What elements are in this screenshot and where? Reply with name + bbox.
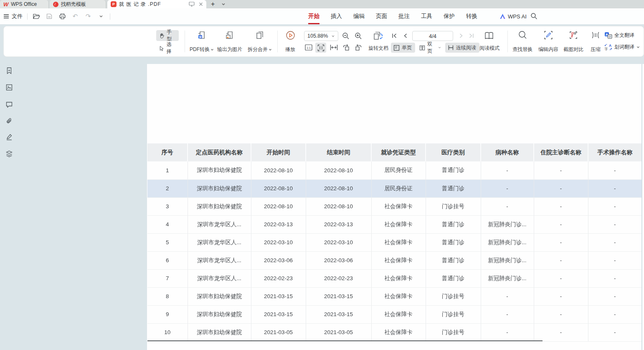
double-page-button[interactable]: 双页 <box>417 43 444 53</box>
layers-icon[interactable] <box>5 150 13 158</box>
divider <box>27 13 28 20</box>
edit-content-label: 编辑内容 <box>538 46 558 53</box>
save-icon <box>46 13 52 19</box>
select-tool-button[interactable]: 选择 <box>156 43 179 54</box>
undo-button[interactable]: ↶ <box>71 12 79 20</box>
screenshot-compare-label: 截图对比 <box>563 46 583 53</box>
page-number-input[interactable] <box>412 31 453 41</box>
read-mode-button[interactable] <box>483 31 495 41</box>
ribbon-toolbar: 手型 选择 W PDF转换 输出为图片 <box>3 26 644 57</box>
pdf-convert-button[interactable]: W PDF转换 <box>188 31 216 53</box>
svg-text:字: 字 <box>605 47 608 51</box>
table-cell: 深圳市龙华区人... <box>188 233 251 251</box>
previous-page-button[interactable] <box>401 32 409 39</box>
column-header: 医疗类别 <box>426 143 481 161</box>
compress-button[interactable]: 压缩 <box>587 31 604 53</box>
rotate-document-button[interactable] <box>372 31 385 41</box>
compress-label: 压缩 <box>591 46 601 53</box>
fit-width-icon <box>330 44 338 51</box>
table-cell: 2021-03-15 <box>306 287 371 305</box>
column-header: 病种名称 <box>481 143 534 161</box>
edit-content-button[interactable]: 编辑内容 <box>536 31 561 53</box>
tab-wps-office[interactable]: W WPS Office <box>0 0 49 8</box>
ribbon-tab-home[interactable]: 开始 <box>308 8 319 24</box>
wps-ai-button[interactable]: WPS AI <box>499 8 527 24</box>
close-icon[interactable] <box>199 2 203 6</box>
screenshot-compare-button[interactable]: 截图对比 <box>561 31 586 53</box>
rotate-document-label[interactable]: 旋转文档 <box>366 45 390 52</box>
single-page-icon <box>393 45 400 51</box>
ribbon-tab-tools[interactable]: 工具 <box>421 8 432 24</box>
table-cell: 2022-08-10 <box>251 197 306 215</box>
ribbon-tab-protect[interactable]: 保护 <box>444 8 455 24</box>
new-tab-button[interactable]: + <box>211 0 215 8</box>
hand-tool-button[interactable]: 手型 <box>156 30 179 41</box>
rotate-right-button[interactable] <box>354 43 363 51</box>
export-image-button[interactable]: 输出为图片 <box>216 31 243 53</box>
ribbon-tab-annotate[interactable]: 批注 <box>398 8 410 24</box>
ribbon-tab-insert[interactable]: 插入 <box>331 8 342 24</box>
table-cell: - <box>588 161 641 179</box>
redo-button[interactable]: ↷ <box>84 12 92 20</box>
attachment-icon[interactable] <box>5 117 13 125</box>
play-label: 播放 <box>285 46 295 53</box>
read-mode-label[interactable]: 阅读模式 <box>477 45 502 52</box>
tab-list-chevron-icon[interactable] <box>221 0 226 8</box>
table-cell: - <box>588 287 641 305</box>
last-page-button[interactable] <box>467 32 475 39</box>
next-page-button[interactable] <box>457 32 465 39</box>
rotate-left-button[interactable] <box>342 43 350 51</box>
svg-text:1:1: 1:1 <box>307 46 311 49</box>
read-mode-book-icon <box>484 31 494 41</box>
translate-word-button[interactable]: A 字 划词翻译 <box>604 43 640 51</box>
table-cell: 2021-03-15 <box>251 305 306 323</box>
bookmark-icon[interactable] <box>5 67 13 74</box>
translate-full-button[interactable]: A 字 全文翻译 <box>604 32 634 39</box>
zoom-in-icon <box>355 32 362 40</box>
actual-size-button[interactable]: 1:1 <box>304 43 313 51</box>
ribbon-tab-edit[interactable]: 编辑 <box>353 8 365 24</box>
single-page-button[interactable]: 单页 <box>391 43 415 53</box>
file-menu-button[interactable]: 文件 <box>3 13 23 20</box>
first-page-button[interactable] <box>390 32 398 39</box>
table-cell: 2022-03-10 <box>306 233 371 251</box>
quickbar-chevron-icon[interactable] <box>97 12 105 20</box>
table-cell: - <box>588 305 641 323</box>
tab-pdf-document[interactable]: P 就 医 记 录 .PDF <box>107 0 206 8</box>
table-cell: - <box>534 287 588 305</box>
table-cell: 8 <box>147 287 188 305</box>
table-cell: - <box>588 269 641 287</box>
page-thumbnail-icon[interactable] <box>5 84 13 91</box>
chevron-down-icon <box>331 34 335 38</box>
play-button[interactable]: 播放 <box>281 31 300 53</box>
menu-search-button[interactable] <box>530 13 538 20</box>
column-header: 住院主诊断名称 <box>534 143 588 161</box>
page-right-edge <box>641 64 642 350</box>
zoom-out-button[interactable] <box>342 32 350 40</box>
docer-icon <box>53 2 58 7</box>
table-cell: 深圳市妇幼保健院 <box>188 161 251 179</box>
open-file-button[interactable] <box>32 12 41 20</box>
split-merge-button[interactable]: 拆分合并 <box>246 31 274 53</box>
print-button[interactable] <box>58 12 66 20</box>
tab-docer-templates[interactable]: 找稻壳模板 <box>50 0 106 8</box>
split-merge-icon <box>255 31 264 40</box>
monitor-icon[interactable] <box>189 2 195 7</box>
table-row: 5深圳市龙华区人...2022-03-102022-03-10社会保障卡普通门诊… <box>147 233 641 251</box>
comment-icon[interactable] <box>5 101 13 108</box>
table-cell: 2022-03-06 <box>306 251 371 269</box>
fit-width-button[interactable] <box>329 43 339 51</box>
svg-text:字: 字 <box>609 35 611 38</box>
signature-pen-icon[interactable] <box>5 133 13 141</box>
zoom-level-select[interactable]: 105.88% <box>304 31 338 41</box>
zoom-in-button[interactable] <box>354 32 363 40</box>
ribbon-tab-convert[interactable]: 转换 <box>466 8 477 24</box>
table-cell: 2022-02-23 <box>251 269 306 287</box>
save-button[interactable] <box>45 12 53 20</box>
chevron-down-icon <box>438 46 441 49</box>
column-header: 就诊凭证类型 <box>371 143 426 161</box>
continuous-read-button[interactable]: 连续阅读 <box>445 43 479 53</box>
find-replace-button[interactable]: 查找替换 <box>510 31 535 53</box>
ribbon-tab-page[interactable]: 页面 <box>376 8 387 24</box>
fit-page-button[interactable] <box>315 43 326 53</box>
